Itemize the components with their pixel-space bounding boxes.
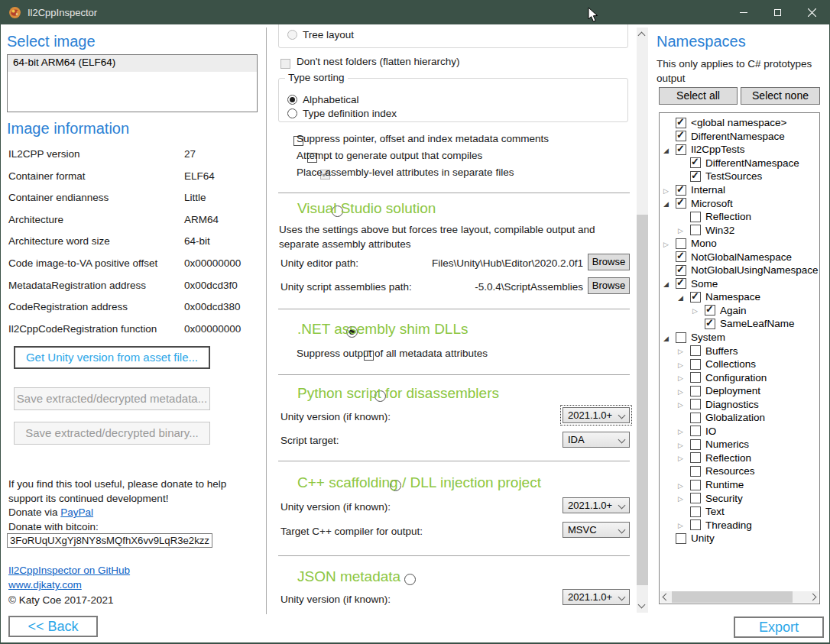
- tree-item[interactable]: Diagnostics: [660, 397, 819, 411]
- json-metadata-radio[interactable]: [404, 574, 416, 585]
- tree-checkbox[interactable]: [690, 413, 701, 423]
- tree-checkbox[interactable]: [676, 332, 686, 343]
- collapsed-expander-icon[interactable]: [692, 306, 705, 315]
- script-target-combo[interactable]: IDA: [563, 432, 630, 448]
- close-button[interactable]: [795, 1, 829, 24]
- scroll-down-icon[interactable]: [638, 601, 646, 609]
- collapsed-expander-icon[interactable]: [678, 440, 690, 449]
- collapsed-expander-icon[interactable]: [678, 373, 690, 382]
- expanded-expander-icon[interactable]: [663, 279, 676, 288]
- tree-checkbox[interactable]: [676, 238, 686, 249]
- tree-checkbox[interactable]: [690, 292, 701, 303]
- tree-item[interactable]: Microsoft: [660, 196, 819, 210]
- tree-item[interactable]: Numerics: [660, 438, 819, 451]
- tree-checkbox[interactable]: [690, 452, 701, 463]
- get-unity-version-button[interactable]: Get Unity version from asset file...: [14, 346, 210, 369]
- select-all-button[interactable]: Select all: [659, 87, 738, 105]
- minimize-button[interactable]: [726, 1, 760, 24]
- tree-item[interactable]: Configuration: [660, 371, 819, 384]
- expanded-expander-icon[interactable]: [663, 199, 676, 208]
- scroll-up-icon[interactable]: [638, 32, 646, 40]
- tree-checkbox[interactable]: [676, 533, 686, 544]
- expanded-expander-icon[interactable]: [663, 145, 676, 154]
- collapsed-expander-icon[interactable]: [678, 520, 690, 529]
- tree-checkbox[interactable]: [690, 519, 701, 530]
- collapsed-expander-icon[interactable]: [663, 239, 676, 248]
- tree-item[interactable]: System: [660, 331, 819, 345]
- tree-item[interactable]: Threading: [660, 518, 819, 532]
- alphabetical-radio[interactable]: [287, 95, 297, 105]
- type-index-radio[interactable]: [287, 108, 297, 118]
- tree-item[interactable]: Reflection: [660, 210, 819, 224]
- cpp-unity-version-combo[interactable]: 2021.1.0+: [563, 497, 630, 513]
- tree-item[interactable]: SameLeafName: [660, 317, 819, 331]
- expanded-expander-icon[interactable]: [663, 333, 676, 342]
- back-button[interactable]: << Back: [8, 616, 98, 637]
- tree-item[interactable]: TestSources: [660, 170, 819, 183]
- tree-checkbox[interactable]: [690, 399, 701, 409]
- namespaces-tree[interactable]: <global namespace>DifferentNamespaceIl2C…: [659, 112, 820, 604]
- scroll-left-icon[interactable]: [663, 594, 670, 601]
- tree-item[interactable]: Il2CppTests: [660, 143, 819, 157]
- select-none-button[interactable]: Select none: [741, 87, 820, 105]
- tree-item[interactable]: <global namespace>: [660, 116, 819, 130]
- tree-checkbox[interactable]: [690, 439, 701, 450]
- tree-item[interactable]: IO: [660, 425, 819, 439]
- collapsed-expander-icon[interactable]: [663, 186, 676, 195]
- website-link[interactable]: www.djkaty.com: [8, 579, 82, 591]
- script-assemblies-path-value[interactable]: -5.0.4\ScriptAssemblies: [368, 281, 583, 293]
- export-button[interactable]: Export: [734, 616, 824, 638]
- tree-item[interactable]: Internal: [660, 183, 819, 197]
- tree-horizontal-scrollbar[interactable]: [660, 591, 819, 603]
- json-unity-version-combo[interactable]: 2021.1.0+: [563, 589, 630, 605]
- tree-checkbox[interactable]: [690, 157, 701, 168]
- browse-editor-path-button[interactable]: Browse: [588, 254, 630, 270]
- tree-checkbox[interactable]: [690, 493, 701, 503]
- tree-item[interactable]: Resources: [660, 464, 819, 478]
- tree-checkbox[interactable]: [690, 480, 701, 490]
- paypal-link[interactable]: PayPal: [60, 506, 93, 518]
- collapsed-expander-icon[interactable]: [678, 426, 690, 435]
- collapsed-expander-icon[interactable]: [678, 346, 690, 355]
- tree-item[interactable]: Buffers: [660, 344, 819, 358]
- tree-checkbox[interactable]: [676, 251, 686, 262]
- tree-checkbox[interactable]: [676, 118, 686, 128]
- tree-checkbox[interactable]: [676, 144, 686, 155]
- expanded-expander-icon[interactable]: [678, 293, 690, 302]
- collapsed-expander-icon[interactable]: [678, 360, 690, 369]
- tree-item[interactable]: Again: [660, 304, 819, 318]
- tree-checkbox[interactable]: [690, 372, 701, 383]
- tree-checkbox[interactable]: [690, 225, 701, 235]
- scrollbar-thumb[interactable]: [672, 591, 793, 603]
- collapsed-expander-icon[interactable]: [678, 481, 690, 490]
- scroll-right-icon[interactable]: [809, 594, 817, 601]
- tree-item[interactable]: NotGlobalNamespace: [660, 250, 819, 264]
- tree-checkbox[interactable]: [676, 131, 686, 141]
- bitcoin-address-input[interactable]: [7, 533, 212, 548]
- tree-checkbox[interactable]: [705, 319, 715, 329]
- tree-layout-radio[interactable]: [287, 30, 297, 40]
- tree-checkbox[interactable]: [690, 359, 701, 370]
- python-unity-version-combo[interactable]: 2021.1.0+: [563, 407, 630, 423]
- tree-checkbox[interactable]: [676, 278, 686, 289]
- tree-item[interactable]: Text: [660, 505, 819, 519]
- dont-nest-checkbox[interactable]: [280, 59, 290, 69]
- tree-checkbox[interactable]: [690, 386, 701, 396]
- tree-item[interactable]: Mono: [660, 237, 819, 251]
- tree-item[interactable]: Security: [660, 491, 819, 505]
- tree-item[interactable]: Runtime: [660, 478, 819, 492]
- collapsed-expander-icon[interactable]: [678, 387, 690, 396]
- tree-item[interactable]: Deployment: [660, 384, 819, 398]
- tree-checkbox[interactable]: [676, 185, 686, 196]
- collapsed-expander-icon[interactable]: [678, 453, 690, 462]
- tree-item[interactable]: Collections: [660, 358, 819, 371]
- image-listbox[interactable]: 64-bit ARM64 (ELF64): [7, 54, 258, 112]
- tree-item[interactable]: NotGlobalUsingNamespace: [660, 264, 819, 277]
- tree-item[interactable]: Reflection: [660, 451, 819, 465]
- tree-checkbox[interactable]: [705, 305, 715, 316]
- middle-scrollbar[interactable]: [637, 28, 648, 613]
- tree-checkbox[interactable]: [690, 466, 701, 477]
- tree-checkbox[interactable]: [676, 265, 686, 276]
- tree-checkbox[interactable]: [690, 171, 701, 182]
- cpp-compiler-combo[interactable]: MSVC: [563, 522, 630, 538]
